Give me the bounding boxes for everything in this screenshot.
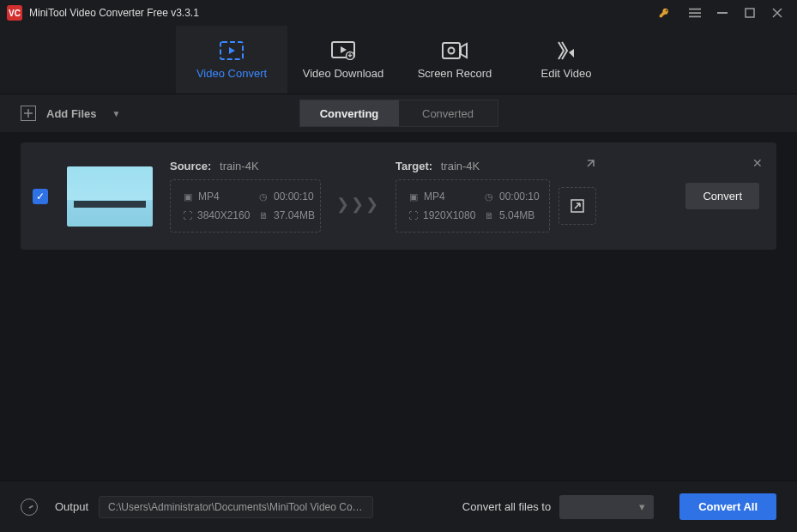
chevron-down-icon: ▾ (639, 500, 645, 513)
chevron-down-icon: ▼ (112, 109, 121, 118)
titlebar: VC MiniTool Video Converter Free v3.3.1 (0, 0, 797, 26)
convert-all-files-to-label: Convert all files to (462, 500, 551, 513)
edit-target-button[interactable] (559, 187, 596, 225)
app-title: MiniTool Video Converter Free v3.3.1 (29, 7, 658, 19)
output-label: Output (55, 500, 88, 513)
clock-icon: ◷ (258, 191, 269, 203)
schedule-icon[interactable] (21, 499, 38, 516)
source-size: 37.04MB (274, 209, 315, 221)
tab-video-convert[interactable]: Video Convert (176, 26, 287, 94)
format-icon: ▣ (183, 191, 193, 203)
task-card: ✓ Source: train-4K ▣MP4 ◷00:00:10 ⛶3840X… (21, 142, 776, 250)
source-name: train-4K (220, 160, 259, 172)
resolution-icon: ⛶ (183, 210, 192, 221)
video-thumbnail[interactable] (67, 166, 153, 227)
size-icon: 🗎 (484, 210, 494, 221)
record-icon (442, 39, 468, 62)
target-name: train-4K (441, 160, 480, 172)
footer-bar: Output C:\Users\Administrator\Documents\… (0, 481, 797, 532)
size-icon: 🗎 (258, 210, 269, 221)
task-checkbox[interactable]: ✓ (33, 189, 48, 204)
toolbar: Add Files ▼ Converting Converted (0, 94, 797, 132)
status-segmented: Converting Converted (299, 100, 498, 127)
add-files-button[interactable]: Add Files ▼ (21, 106, 120, 121)
source-label: Source: (170, 160, 211, 172)
task-list: ✓ Source: train-4K ▣MP4 ◷00:00:10 ⛶3840X… (0, 132, 797, 470)
target-size: 5.04MB (499, 209, 534, 221)
target-format: MP4 (424, 190, 445, 203)
nav-label: Video Download (303, 67, 383, 80)
tab-converting[interactable]: Converting (300, 100, 399, 126)
tab-converted[interactable]: Converted (399, 100, 498, 126)
svg-point-6 (449, 48, 455, 54)
resolution-icon: ⛶ (408, 210, 418, 221)
output-path-field[interactable]: C:\Users\Administrator\Documents\MiniToo… (99, 496, 373, 518)
target-duration: 00:00:10 (499, 190, 540, 203)
minimize-icon[interactable] (716, 7, 728, 19)
open-external-icon[interactable] (585, 158, 596, 169)
nav-label: Screen Record (418, 67, 492, 80)
nav-label: Edit Video (540, 67, 591, 80)
clock-icon: ◷ (484, 191, 494, 203)
close-icon[interactable] (771, 7, 783, 19)
app-logo: VC (7, 5, 22, 21)
target-format-select[interactable]: ▾ (559, 495, 654, 519)
tab-video-download[interactable]: Video Download (287, 26, 399, 94)
source-format: MP4 (198, 190, 220, 203)
maximize-icon[interactable] (744, 7, 756, 19)
tab-edit-video[interactable]: Edit Video (510, 26, 622, 94)
main-nav: Video Convert Video Download Screen Reco… (0, 26, 797, 94)
remove-task-icon[interactable]: ✕ (752, 156, 763, 170)
source-details: ▣MP4 ◷00:00:10 ⛶3840X2160 🗎37.04MB (170, 179, 321, 233)
target-details: ▣MP4 ◷00:00:10 ⛶1920X1080 🗎5.04MB (395, 179, 550, 233)
target-panel: Target: train-4K ▣MP4 ◷00:00:10 ⛶1920X10… (395, 160, 596, 233)
format-icon: ▣ (408, 191, 419, 203)
source-duration: 00:00:10 (274, 190, 314, 203)
target-label: Target: (395, 160, 432, 172)
download-icon (331, 39, 355, 62)
source-resolution: 3840X2160 (197, 209, 250, 221)
target-resolution: 1920X1080 (423, 209, 475, 221)
svg-rect-1 (746, 9, 754, 17)
convert-all-button[interactable]: Convert All (679, 493, 776, 520)
svg-rect-5 (443, 43, 460, 58)
add-files-label: Add Files (46, 107, 97, 120)
arrows-icon: ❯❯❯ (336, 179, 380, 214)
menu-icon[interactable] (689, 7, 701, 19)
convert-icon (220, 39, 244, 62)
nav-label: Video Convert (196, 67, 267, 80)
convert-button[interactable]: Convert (685, 183, 759, 209)
tab-screen-record[interactable]: Screen Record (399, 26, 510, 94)
plus-icon (21, 106, 36, 121)
key-icon[interactable] (658, 7, 670, 19)
edit-video-icon (555, 39, 577, 62)
svg-rect-0 (717, 12, 728, 14)
source-panel: Source: train-4K ▣MP4 ◷00:00:10 ⛶3840X21… (170, 160, 321, 233)
